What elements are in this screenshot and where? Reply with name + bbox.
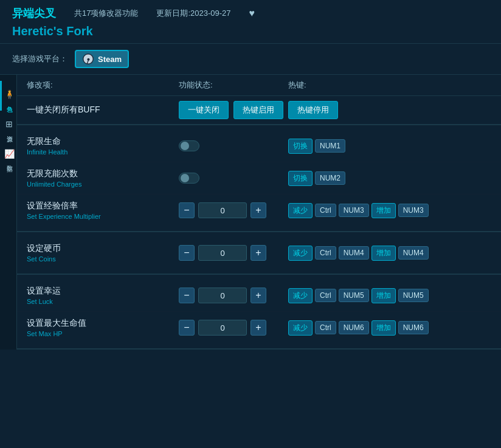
increment-set-max-hp[interactable]: + <box>250 320 266 336</box>
favorite-icon[interactable]: ♥ <box>249 8 255 19</box>
mod-info-infinite-health: 无限生命 Infinite Health <box>27 136 179 156</box>
hotkey-num6-dec: NUM6 <box>339 321 369 334</box>
quick-disable-label: 一键关闭所有BUFF <box>27 105 179 115</box>
mod-hotkey-exp-multiplier: 减少 Ctrl NUM3 增加 NUM3 <box>288 203 491 218</box>
decrement-set-coins[interactable]: − <box>179 245 195 261</box>
mod-name-en-set-coins: Set Coins <box>27 255 179 263</box>
mod-hotkey-set-max-hp: 减少 Ctrl NUM6 增加 NUM6 <box>288 320 491 336</box>
hotkey-inc-label-5: 增加 <box>371 288 396 303</box>
mod-info-set-max-hp: 设置最大生命值 Set Max HP <box>27 318 179 337</box>
hotkey-enable-button[interactable]: 热键启用 <box>233 101 283 119</box>
section-character: 无限生命 Infinite Health 切换 NUM1 <box>17 125 501 232</box>
column-headers: 修改项: 功能状态: 热键: <box>17 75 501 96</box>
mod-control-set-coins: − + <box>179 245 288 261</box>
hotkey-toggle-label-2: 切换 <box>288 171 313 186</box>
decrement-set-max-hp[interactable]: − <box>179 320 195 336</box>
mod-name-cn-unlimited-charges: 无限充能次数 <box>27 168 179 179</box>
toggle-knob-infinite-health <box>181 142 189 150</box>
decrement-exp-multiplier[interactable]: − <box>179 202 195 218</box>
hotkey-num6-inc: NUM6 <box>398 321 429 334</box>
mod-row-exp-multiplier: 设置经验倍率 Set Experience Multiplier − + 减少 … <box>17 195 501 226</box>
app-container: 异端尖叉 共17项修改器功能 更新日期:2023-09-27 ♥ Heretic… <box>0 0 501 350</box>
mod-info-set-luck: 设置幸运 Set Luck <box>27 286 179 305</box>
stepper-set-max-hp: − + <box>179 320 266 336</box>
toggle-unlimited-charges[interactable] <box>179 173 199 184</box>
mod-name-en-exp-multiplier: Set Experience Multiplier <box>27 213 179 220</box>
platform-label: 选择游戏平台： <box>12 53 67 64</box>
game-title-cn: 异端尖叉 <box>12 6 56 21</box>
mod-hotkey-set-luck: 减少 Ctrl NUM5 增加 NUM5 <box>288 288 491 303</box>
mod-control-unlimited-charges <box>179 173 288 184</box>
hotkey-dec-label-6: 减少 <box>288 320 313 336</box>
hotkey-num1: NUM1 <box>315 139 345 153</box>
mod-name-cn-set-max-hp: 设置最大生命值 <box>27 318 179 329</box>
sidebar-label-character: 角色 <box>5 101 13 102</box>
mod-info-set-coins: 设定硬币 Set Coins <box>27 243 179 263</box>
stepper-set-luck: − + <box>179 288 266 303</box>
col-header-status: 功能状态: <box>179 80 288 91</box>
col-header-mod: 修改项: <box>27 80 179 91</box>
mod-info-exp-multiplier: 设置经验倍率 Set Experience Multiplier <box>27 201 179 220</box>
sidebar-item-stats[interactable]: 📈 数据 <box>0 140 16 170</box>
increment-set-luck[interactable]: + <box>250 288 266 303</box>
mod-control-exp-multiplier: − + <box>179 202 288 218</box>
hotkey-dec-label-4: 减少 <box>288 246 313 261</box>
quick-close-button[interactable]: 一键关闭 <box>179 101 229 119</box>
mod-name-en-set-luck: Set Luck <box>27 298 179 305</box>
increment-set-coins[interactable]: + <box>250 245 266 261</box>
mod-name-cn-set-luck: 设置幸运 <box>27 286 179 297</box>
main-panel: 修改项: 功能状态: 热键: 一键关闭所有BUFF 一键关闭 热键启用 热键停用… <box>17 75 501 350</box>
hotkey-num5-inc: NUM5 <box>398 289 429 302</box>
mod-control-set-luck: − + <box>179 288 288 303</box>
hotkey-num5-dec: NUM5 <box>339 289 369 302</box>
toggle-infinite-health[interactable] <box>179 140 199 151</box>
update-date: 更新日期:2023-09-27 <box>156 8 230 19</box>
steam-label: Steam <box>98 55 122 64</box>
section-resources: 设定硬币 Set Coins − + 减少 Ctrl NUM4 <box>17 232 501 275</box>
hotkey-num4-inc: NUM4 <box>398 246 429 260</box>
hotkey-ctrl-3: Ctrl <box>315 204 336 217</box>
input-exp-multiplier[interactable] <box>198 202 247 218</box>
header: 异端尖叉 共17项修改器功能 更新日期:2023-09-27 ♥ Heretic… <box>0 0 501 44</box>
hotkey-num3-inc: NUM3 <box>398 204 429 217</box>
sidebar-label-stats: 数据 <box>5 160 13 162</box>
steam-button[interactable]: Steam <box>75 50 129 68</box>
mod-row-set-coins: 设定硬币 Set Coins − + 减少 Ctrl NUM4 <box>17 237 501 269</box>
mod-control-set-max-hp: − + <box>179 320 288 336</box>
hotkey-inc-label-4: 增加 <box>371 246 396 261</box>
mod-count: 共17项修改器功能 <box>74 8 138 19</box>
input-set-coins[interactable] <box>198 245 247 261</box>
hotkey-disable-button[interactable]: 热键停用 <box>288 101 338 119</box>
hotkey-ctrl-5: Ctrl <box>315 289 336 302</box>
hotkey-inc-label-6: 增加 <box>371 320 396 336</box>
steam-logo-icon <box>82 53 94 65</box>
hotkey-dec-label-5: 减少 <box>288 288 313 303</box>
mod-control-infinite-health <box>179 140 288 151</box>
hotkey-num4-dec: NUM4 <box>339 246 369 260</box>
character-icon: 🧍 <box>4 89 15 99</box>
mod-info-unlimited-charges: 无限充能次数 Unlimited Charges <box>27 168 179 188</box>
resources-icon: ⊞ <box>5 119 13 129</box>
hotkey-ctrl-4: Ctrl <box>315 246 336 260</box>
hotkey-num3-dec: NUM3 <box>339 204 369 217</box>
mod-row-infinite-health: 无限生命 Infinite Health 切换 NUM1 <box>17 130 501 162</box>
decrement-set-luck[interactable]: − <box>179 288 195 303</box>
sidebar-label-resources: 资源 <box>5 131 13 132</box>
mod-name-en-unlimited-charges: Unlimited Charges <box>27 181 179 188</box>
stats-icon: 📈 <box>4 149 15 159</box>
sidebar-item-character[interactable]: 🧍 角色 <box>0 81 16 111</box>
section-stats: 设置幸运 Set Luck − + 减少 Ctrl NUM5 <box>17 275 501 350</box>
mod-name-cn-exp-multiplier: 设置经验倍率 <box>27 201 179 212</box>
quick-disable-row: 一键关闭所有BUFF 一键关闭 热键启用 热键停用 <box>17 96 501 125</box>
mod-hotkey-unlimited-charges: 切换 NUM2 <box>288 171 491 186</box>
mod-row-set-max-hp: 设置最大生命值 Set Max HP − + 减少 Ctrl NUM6 <box>17 312 501 343</box>
input-set-luck[interactable] <box>198 288 247 303</box>
sidebar: 🧍 角色 ⊞ 资源 📈 数据 <box>0 75 17 350</box>
mod-hotkey-set-coins: 减少 Ctrl NUM4 增加 NUM4 <box>288 246 491 261</box>
input-set-max-hp[interactable] <box>198 320 247 336</box>
mod-row-unlimited-charges: 无限充能次数 Unlimited Charges 切换 NUM2 <box>17 162 501 195</box>
sidebar-item-resources[interactable]: ⊞ 资源 <box>0 111 16 140</box>
increment-exp-multiplier[interactable]: + <box>250 202 266 218</box>
col-header-hotkey: 热键: <box>288 80 491 91</box>
stepper-exp-multiplier: − + <box>179 202 266 218</box>
